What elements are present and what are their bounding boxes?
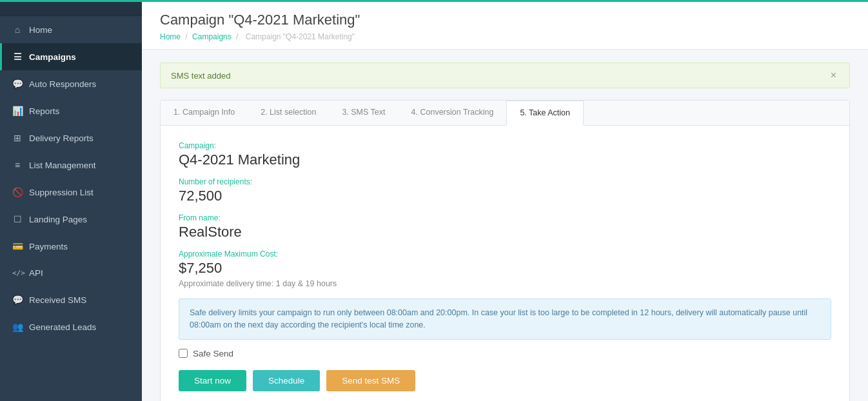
safe-send-checkbox[interactable] (179, 349, 188, 358)
safe-send-row: Safe Send (179, 349, 831, 358)
page-title: Campaign "Q4-2021 Marketing" (160, 12, 850, 28)
delivery-reports-icon: ⊞ (12, 133, 23, 143)
safe-delivery-info-box: Safe delivery limits your campaign to ru… (179, 298, 831, 340)
cost-value: $7,250 (179, 260, 831, 277)
alert-close-button[interactable]: × (828, 70, 839, 81)
list-management-icon: ≡ (12, 160, 23, 170)
action-buttons: Start now Schedule Send test SMS (179, 370, 831, 391)
home-icon: ⌂ (12, 24, 23, 35)
recipients-value: 72,500 (179, 188, 831, 204)
reports-icon: 📊 (12, 106, 23, 116)
sidebar-header (0, 0, 142, 16)
sidebar-item-landing-pages[interactable]: ☐ Landing Pages (0, 206, 142, 233)
send-test-sms-button[interactable]: Send test SMS (326, 370, 415, 391)
page-header: Campaign "Q4-2021 Marketing" Home / Camp… (142, 0, 868, 50)
api-icon: </> (12, 269, 23, 277)
breadcrumb: Home / Campaigns / Campaign "Q4-2021 Mar… (160, 32, 850, 41)
sidebar-item-autoresponders[interactable]: 💬 Auto Responders (0, 70, 142, 97)
tab-take-action[interactable]: 5. Take Action (506, 101, 584, 126)
content-area: SMS text added × 1. Campaign Info 2. Lis… (142, 50, 868, 401)
breadcrumb-campaigns[interactable]: Campaigns (192, 32, 232, 41)
landing-pages-icon: ☐ (12, 214, 23, 224)
received-sms-icon: 💬 (12, 295, 23, 305)
campaign-name-value: Q4-2021 Marketing (179, 152, 831, 168)
sidebar-item-reports[interactable]: 📊 Reports (0, 97, 142, 124)
payments-icon: 💳 (12, 241, 23, 251)
sidebar-item-api[interactable]: </> API (0, 260, 142, 286)
delivery-note: Approximate delivery time: 1 day & 19 ho… (179, 279, 831, 288)
tab-content-take-action: Campaign: Q4-2021 Marketing Number of re… (161, 126, 849, 401)
tabs-nav: 1. Campaign Info 2. List selection 3. SM… (161, 101, 849, 126)
sidebar-item-list-management[interactable]: ≡ List Management (0, 152, 142, 179)
from-name-value: RealStore (179, 224, 831, 240)
tab-list-selection[interactable]: 2. List selection (248, 101, 329, 126)
recipients-label: Number of recipients: (179, 177, 831, 186)
alert-message: SMS text added (171, 71, 231, 81)
sidebar-item-generated-leads[interactable]: 👥 Generated Leads (0, 313, 142, 340)
sidebar-item-suppression-list[interactable]: 🚫 Suppression List (0, 179, 142, 206)
tab-conversion-tracking[interactable]: 4. Conversion Tracking (399, 101, 507, 126)
breadcrumb-home[interactable]: Home (160, 32, 181, 41)
alert-success: SMS text added × (160, 63, 850, 88)
safe-send-label[interactable]: Safe Send (193, 349, 233, 358)
tabs-card-container: 1. Campaign Info 2. List selection 3. SM… (160, 100, 850, 401)
sidebar-item-home[interactable]: ⌂ Home (0, 16, 142, 43)
sidebar-item-campaigns[interactable]: ☰ Campaigns (0, 43, 142, 70)
sidebar-item-delivery-reports[interactable]: ⊞ Delivery Reports (0, 124, 142, 152)
cost-label: Approximate Maximum Cost: (179, 249, 831, 259)
sidebar: ⌂ Home ☰ Campaigns 💬 Auto Responders 📊 R… (0, 0, 142, 401)
campaigns-icon: ☰ (12, 52, 23, 62)
main-content: Campaign "Q4-2021 Marketing" Home / Camp… (142, 0, 868, 401)
sidebar-item-payments[interactable]: 💳 Payments (0, 233, 142, 260)
from-name-label: From name: (179, 213, 831, 222)
sidebar-item-received-sms[interactable]: 💬 Received SMS (0, 286, 142, 313)
tab-sms-text[interactable]: 3. SMS Text (329, 101, 398, 126)
breadcrumb-current: Campaign "Q4-2021 Marketing" (246, 32, 355, 41)
generated-leads-icon: 👥 (12, 322, 23, 332)
autoresponders-icon: 💬 (12, 79, 23, 89)
campaign-info-label: Campaign: (179, 141, 831, 150)
start-now-button[interactable]: Start now (179, 370, 246, 391)
schedule-button[interactable]: Schedule (253, 370, 320, 391)
suppression-list-icon: 🚫 (12, 187, 23, 197)
tab-campaign-info[interactable]: 1. Campaign Info (161, 101, 248, 126)
